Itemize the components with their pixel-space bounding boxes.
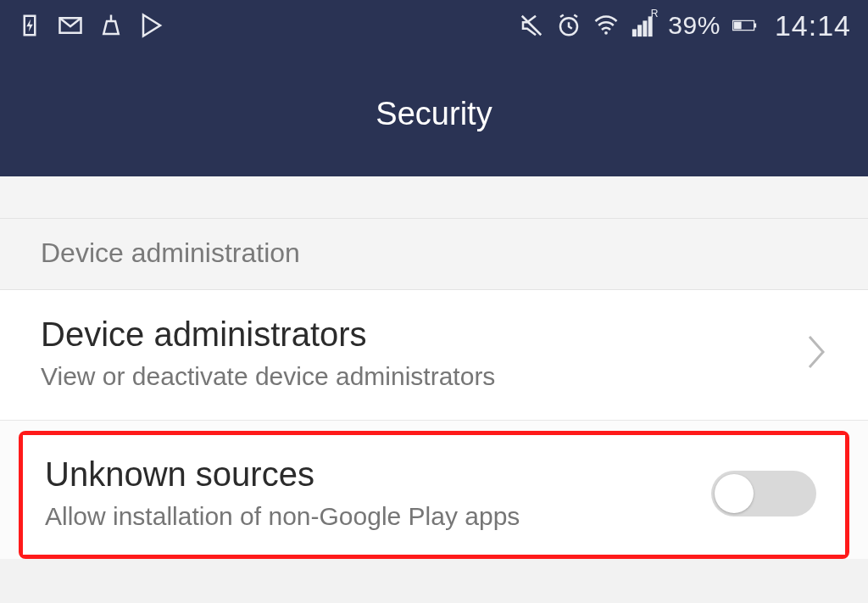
row-subtitle: Allow installation of non-Google Play ap… <box>45 502 520 531</box>
svg-rect-4 <box>638 25 642 36</box>
battery-icon <box>732 13 758 38</box>
cleaner-icon <box>98 13 124 38</box>
battery-charging-icon <box>17 13 42 38</box>
svg-rect-5 <box>643 21 647 36</box>
battery-percent: 39% <box>668 11 721 40</box>
svg-rect-3 <box>633 30 637 36</box>
mute-icon <box>519 13 544 38</box>
signal-icon: R <box>631 13 656 38</box>
row-device-administrators[interactable]: Device administrators View or deactivate… <box>0 290 868 421</box>
svg-rect-6 <box>649 17 653 36</box>
gmail-icon <box>58 13 83 38</box>
top-gap <box>0 176 868 219</box>
section-header-device-administration: Device administration <box>0 219 868 290</box>
row-title: Unknown sources <box>45 455 520 494</box>
clock: 14:14 <box>775 9 851 42</box>
chevron-right-icon <box>805 333 827 374</box>
page-title: Security <box>376 96 492 132</box>
roaming-label: R <box>651 8 659 20</box>
status-bar: R 39% 14:14 <box>0 0 868 51</box>
play-store-icon <box>139 13 164 38</box>
status-right-icons: R 39% 14:14 <box>519 9 851 42</box>
alarm-icon <box>556 13 581 38</box>
content-area: Device administration Device administrat… <box>0 176 868 559</box>
wifi-icon <box>593 13 619 38</box>
row-unknown-sources[interactable]: Unknown sources Allow installation of no… <box>23 435 845 555</box>
status-left-icons <box>17 13 164 38</box>
row-subtitle: View or deactivate device administrators <box>41 362 495 391</box>
highlight-unknown-sources: Unknown sources Allow installation of no… <box>19 431 849 559</box>
row-title: Device administrators <box>41 315 495 354</box>
toggle-unknown-sources[interactable] <box>711 471 816 516</box>
svg-rect-9 <box>734 22 742 30</box>
app-header: Security <box>0 51 868 176</box>
svg-rect-8 <box>754 24 757 28</box>
toggle-knob <box>715 474 754 513</box>
svg-point-2 <box>604 31 608 35</box>
